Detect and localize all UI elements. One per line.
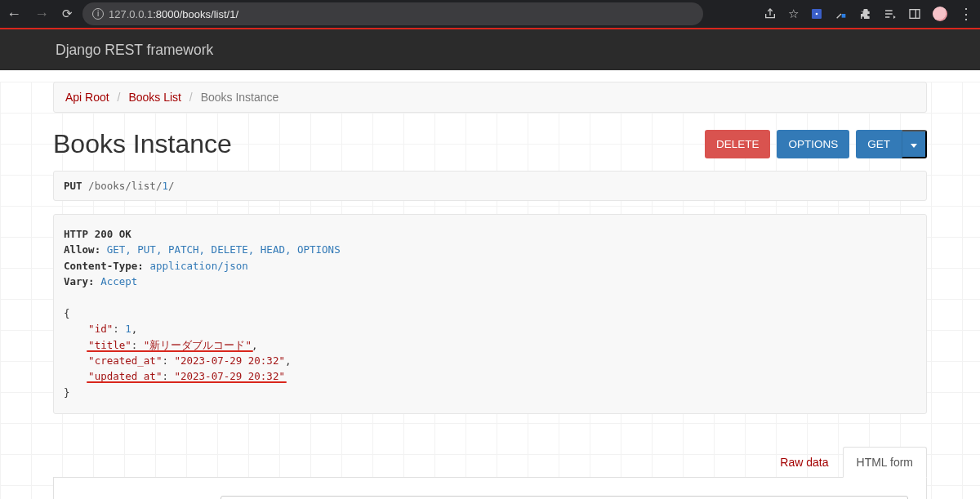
app-navbar: Django REST framework (0, 29, 980, 70)
url-host: 127.0.0.1 (109, 8, 153, 20)
get-button[interactable]: GET (856, 130, 902, 158)
breadcrumb: Api Root / Books List / Books Instance (53, 82, 927, 113)
get-dropdown-toggle[interactable] (902, 130, 927, 158)
request-method: PUT (64, 180, 82, 192)
address-bar[interactable]: i 127.0.0.1:8000/books/list/1/ (82, 2, 703, 25)
json-updated-key: "updated_at" (88, 370, 162, 382)
breadcrumb-sep: / (185, 91, 198, 104)
bookmark-star-icon[interactable]: ☆ (788, 7, 799, 21)
browser-chrome: ← → ⟳ i 127.0.0.1:8000/books/list/1/ ☆ ⋮ (0, 0, 980, 29)
delete-button[interactable]: DELETE (705, 130, 771, 158)
ctype-label: Content-Type: (64, 260, 144, 272)
svg-rect-3 (910, 10, 920, 19)
url-path: :8000/books/list/1/ (153, 8, 238, 20)
form-area: Raw data HTML form Title PUT (53, 447, 927, 499)
request-path-id: 1 (162, 180, 168, 192)
chevron-down-icon (911, 144, 917, 148)
breadcrumb-sep: / (113, 91, 126, 104)
form-row-title: Title (72, 496, 908, 499)
breadcrumb-parent[interactable]: Books List (128, 91, 181, 104)
extension-eyedropper-icon[interactable] (835, 7, 848, 20)
breadcrumb-root[interactable]: Api Root (65, 91, 109, 104)
site-info-icon[interactable]: i (92, 8, 104, 20)
forward-icon[interactable]: → (34, 6, 49, 23)
html-form-panel: Title PUT (53, 478, 927, 499)
vary-value: Accept (100, 275, 137, 287)
breadcrumb-current: Books Instance (201, 91, 279, 104)
status-line: HTTP 200 OK (64, 228, 131, 240)
allow-label: Allow: (64, 243, 100, 256)
tab-html-form[interactable]: HTML form (843, 447, 927, 478)
browser-action-icons: ☆ ⋮ (764, 5, 973, 23)
page-header: Books Instance DELETE OPTIONS GET (53, 129, 927, 159)
vary-label: Vary: (64, 275, 95, 287)
response-block: HTTP 200 OK Allow: GET, PUT, PATCH, DELE… (53, 214, 927, 414)
share-icon[interactable] (764, 7, 777, 20)
json-id-val: 1 (125, 323, 131, 335)
profile-avatar-icon[interactable] (933, 7, 947, 21)
request-path-suffix: / (168, 180, 175, 192)
playlist-icon[interactable] (884, 7, 897, 20)
reload-icon[interactable]: ⟳ (62, 7, 73, 21)
form-tabbar: Raw data HTML form (53, 447, 927, 478)
tab-raw-data[interactable]: Raw data (766, 447, 842, 478)
json-created-val: "2023-07-29 20:32" (174, 354, 284, 367)
request-path-prefix: /books/list/ (82, 180, 163, 192)
browser-menu-icon[interactable]: ⋮ (959, 5, 973, 23)
extensions-puzzle-icon[interactable] (859, 7, 872, 20)
back-icon[interactable]: ← (7, 6, 21, 23)
svg-rect-2 (842, 14, 846, 18)
title-input[interactable] (220, 496, 908, 499)
json-id-key: "id" (88, 323, 113, 335)
json-created-key: "created_at" (88, 354, 162, 367)
json-title-val: "新リーダブルコード" (144, 339, 252, 351)
brand-link[interactable]: Django REST framework (56, 42, 213, 59)
panel-icon[interactable] (908, 7, 921, 20)
svg-point-1 (816, 13, 818, 16)
json-updated-val: "2023-07-29 20:32" (174, 370, 284, 382)
allow-value: GET, PUT, PATCH, DELETE, HEAD, OPTIONS (107, 243, 341, 256)
page-title: Books Instance (53, 129, 232, 159)
nav-buttons: ← → ⟳ (7, 6, 73, 23)
request-line: PUT /books/list/1/ (53, 171, 927, 201)
extension-react-icon[interactable] (810, 7, 823, 20)
get-button-group: GET (856, 130, 927, 158)
json-title-key: "title" (88, 339, 131, 351)
options-button[interactable]: OPTIONS (777, 130, 849, 158)
ctype-value: application/json (149, 260, 247, 272)
header-actions: DELETE OPTIONS GET (705, 130, 927, 158)
